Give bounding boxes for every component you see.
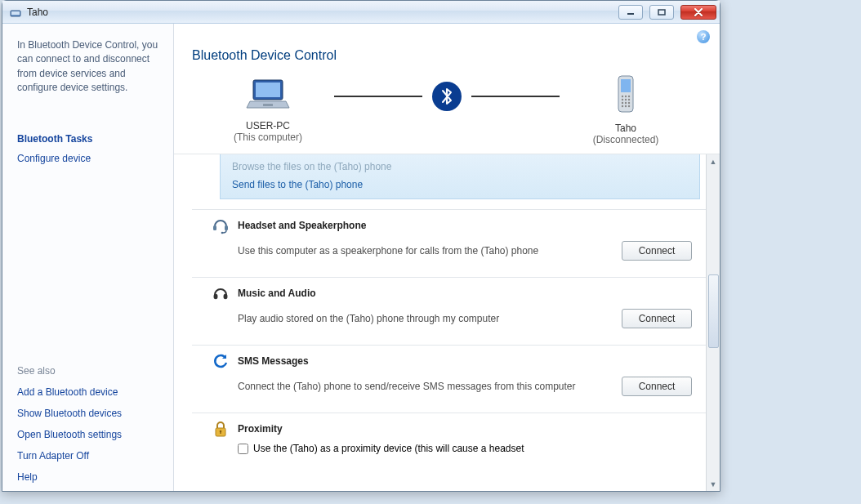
sidebar-intro: In Bluetooth Device Control, you can con… [17, 38, 162, 96]
minimize-button[interactable] [618, 5, 643, 20]
svg-point-16 [625, 102, 627, 104]
see-also-header: See also [17, 341, 162, 377]
svg-rect-3 [658, 10, 665, 15]
app-window: Taho In Bluetooth Device Control, you ca… [2, 0, 720, 492]
page-title: Bluetooth Device Control [174, 24, 720, 69]
headset-icon [212, 216, 230, 234]
service-proximity: Proximity Use the (Taho) as a proximity … [192, 413, 712, 454]
sidebar: In Bluetooth Device Control, you can con… [2, 24, 174, 491]
headphones-icon [212, 284, 230, 302]
service-headset: Headset and Speakerphone Use this comput… [192, 209, 712, 269]
device-node: Taho (Disconnected) [564, 74, 687, 145]
svg-point-10 [625, 96, 627, 97]
computer-sub: (This computer) [207, 132, 329, 143]
svg-point-23 [221, 232, 224, 234]
connection-diagram: USER-PC (This computer) [174, 74, 720, 154]
phone-icon [564, 74, 687, 118]
proximity-checkbox-label: Use the (Taho) as a proximity device (th… [253, 443, 524, 454]
service-proximity-title: Proximity [238, 423, 283, 435]
laptop-icon [207, 77, 329, 115]
see-also-add-device[interactable]: Add a Bluetooth device [17, 386, 162, 398]
app-icon [9, 6, 22, 19]
bluetooth-tasks-header: Bluetooth Tasks [17, 133, 162, 145]
service-music-desc: Play audio stored on the (Taho) phone th… [238, 313, 622, 324]
service-headset-title: Headset and Speakerphone [238, 220, 366, 231]
sms-refresh-icon [212, 352, 230, 370]
service-headset-connect-button[interactable]: Connect [622, 241, 692, 261]
service-music-title: Music and Audio [238, 288, 316, 299]
scroll-down-arrow[interactable]: ▼ [707, 477, 720, 491]
window-title: Taho [27, 7, 48, 18]
see-also-open-settings[interactable]: Open Bluetooth settings [17, 429, 162, 440]
svg-rect-8 [621, 79, 631, 92]
svg-point-15 [622, 102, 623, 104]
svg-point-17 [628, 102, 630, 104]
svg-point-9 [622, 96, 623, 97]
service-sms-desc: Connect the (Taho) phone to send/receive… [238, 381, 622, 392]
file-transfer-panel: Browse the files on the (Taho) phone Sen… [220, 154, 700, 199]
bluetooth-icon [432, 82, 462, 111]
svg-point-19 [625, 105, 627, 107]
svg-rect-28 [220, 431, 221, 434]
svg-rect-21 [213, 225, 216, 230]
see-also-turn-adapter-off[interactable]: Turn Adapter Off [17, 450, 162, 462]
scroll-thumb[interactable] [708, 274, 719, 348]
proximity-checkbox[interactable] [238, 444, 248, 454]
svg-point-13 [625, 99, 627, 100]
computer-name: USER-PC [207, 120, 329, 132]
svg-point-24 [214, 294, 218, 299]
lock-icon [212, 420, 230, 438]
help-icon[interactable]: ? [697, 30, 710, 43]
svg-rect-5 [256, 83, 280, 97]
scroll-up-arrow[interactable]: ▲ [707, 154, 720, 168]
svg-point-20 [628, 105, 630, 107]
svg-point-14 [628, 99, 630, 100]
service-sms-title: SMS Messages [238, 355, 309, 367]
svg-point-12 [622, 99, 623, 100]
device-name: Taho [564, 123, 687, 134]
service-headset-desc: Use this computer as a speakerphone for … [238, 245, 622, 256]
connection-line-right [471, 96, 560, 97]
service-music: Music and Audio Play audio stored on the… [192, 277, 712, 337]
device-sub: (Disconnected) [564, 134, 687, 145]
services-scroll-area: Browse the files on the (Taho) phone Sen… [174, 154, 720, 491]
content-pane: ? Bluetooth Device Control USER-PC (This… [174, 24, 720, 491]
service-music-connect-button[interactable]: Connect [622, 309, 692, 328]
maximize-button[interactable] [649, 5, 674, 20]
close-button[interactable] [680, 5, 716, 20]
svg-rect-1 [11, 11, 20, 15]
computer-node: USER-PC (This computer) [207, 77, 329, 143]
connection-line-left [334, 96, 422, 97]
vertical-scrollbar[interactable]: ▲ ▼ [706, 154, 720, 491]
service-sms-connect-button[interactable]: Connect [622, 377, 692, 396]
service-sms: SMS Messages Connect the (Taho) phone to… [192, 345, 712, 404]
svg-rect-6 [263, 104, 273, 106]
svg-point-25 [224, 294, 228, 299]
svg-point-18 [622, 105, 623, 107]
svg-rect-22 [225, 225, 228, 230]
svg-point-11 [628, 96, 630, 97]
browse-files-link[interactable]: Browse the files on the (Taho) phone [232, 161, 688, 172]
see-also-help[interactable]: Help [17, 471, 162, 483]
see-also-show-devices[interactable]: Show Bluetooth devices [17, 408, 162, 419]
titlebar: Taho [2, 1, 720, 24]
task-configure-device[interactable]: Configure device [17, 153, 162, 164]
send-files-link[interactable]: Send files to the (Taho) phone [232, 179, 688, 190]
